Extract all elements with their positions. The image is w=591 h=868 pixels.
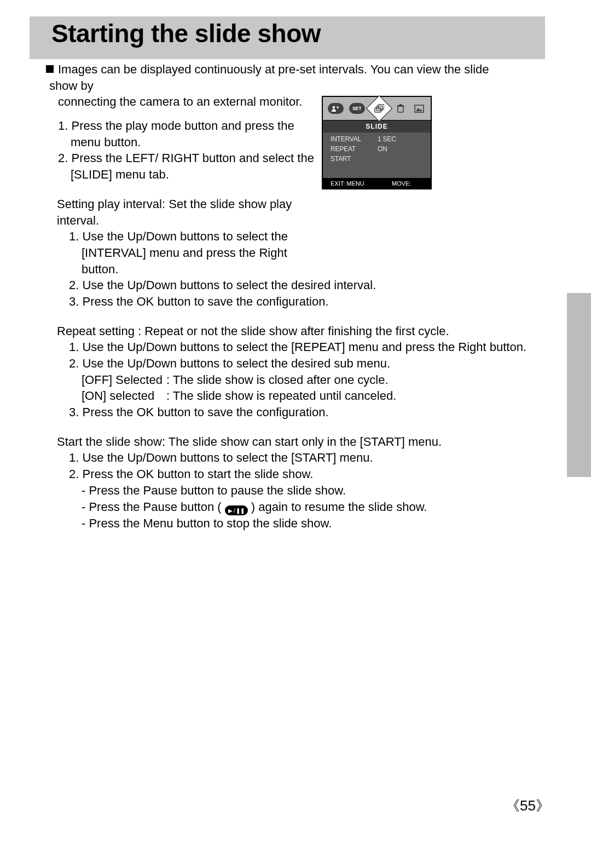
step-text: 1. Use the Up/Down buttons to select the… <box>69 228 314 277</box>
menu-tab-picture-icon <box>413 102 426 115</box>
section-tab-gap <box>567 291 591 293</box>
step-text: 2. Press the OK button to start the slid… <box>69 466 549 482</box>
start-section: Start the slide show: The slide show can… <box>57 434 549 532</box>
steps-top: 1. Press the play mode button and press … <box>58 118 315 183</box>
row-label: REPEAT <box>331 145 378 153</box>
section-heading: Start the slide show: The slide show can… <box>57 434 549 450</box>
menu-tabs: SET <box>323 97 431 120</box>
section-tab <box>567 293 591 477</box>
panel-row-start: START <box>323 154 431 164</box>
svg-point-0 <box>333 106 335 109</box>
camera-menu-panel: SET SLIDE INTERVAL 1 SEC REPEAT ON <box>322 96 432 189</box>
step-text: 1. Use the Up/Down buttons to select the… <box>69 339 549 355</box>
option-on: [ON] selected : The slide show is repeat… <box>69 388 549 404</box>
page-title: Starting the slide show <box>51 19 321 48</box>
body: Images can be displayed continuously at … <box>46 61 549 667</box>
row-value: 1 SEC <box>378 135 396 143</box>
step-text: 3. Press the OK button to save the confi… <box>69 294 549 310</box>
step-text: 2. Press the LEFT/ RIGHT button and sele… <box>58 150 315 182</box>
option-desc: : The slide show is repeated until cance… <box>166 388 396 404</box>
page: Starting the slide show Images can be di… <box>0 0 591 868</box>
svg-rect-7 <box>399 104 402 105</box>
svg-rect-8 <box>415 105 424 112</box>
row-label: INTERVAL <box>331 135 378 143</box>
menu-tab-set: SET <box>349 103 365 114</box>
option-desc: : The slide show is closed after one cyc… <box>166 372 389 388</box>
svg-rect-5 <box>398 106 403 112</box>
footer-exit: EXIT: MENU <box>323 180 392 187</box>
menu-tab-delete-icon <box>394 102 407 115</box>
step-text: 2. Use the Up/Down buttons to select the… <box>69 355 549 372</box>
svg-point-1 <box>337 106 339 108</box>
option-label: [OFF] Selected <box>82 372 166 388</box>
option-off: [OFF] Selected : The slide show is close… <box>69 372 549 388</box>
step-text: 3. Press the OK button to save the confi… <box>69 404 549 421</box>
svg-rect-6 <box>397 105 404 107</box>
panel-footer: EXIT: MENU MOVE: <box>323 178 431 188</box>
step-text: 1. Use the Up/Down buttons to select the… <box>69 450 549 466</box>
substep-text: - Press the Menu button to stop the slid… <box>69 515 549 532</box>
panel-title: SLIDE <box>323 120 431 133</box>
substep-text: - Press the Pause button ( ▶ / ❚❚ ) agai… <box>69 499 549 516</box>
substep-text: - Press the Pause button to pause the sl… <box>69 482 549 499</box>
footer-move: MOVE: <box>392 180 411 187</box>
panel-row-interval: INTERVAL 1 SEC <box>323 134 431 144</box>
step-text: 2. Use the Up/Down buttons to select the… <box>69 277 549 294</box>
slide-stack-icon <box>374 104 384 113</box>
option-label: [ON] selected <box>82 388 166 404</box>
panel-row-repeat: REPEAT ON <box>323 144 431 154</box>
row-value: ON <box>378 145 387 153</box>
page-number: 《55》 <box>506 796 550 815</box>
svg-marker-9 <box>416 108 422 111</box>
page-number-value: 55 <box>520 797 536 814</box>
repeat-section: Repeat setting : Repeat or not the slide… <box>57 323 549 421</box>
intro-line1: Images can be displayed continuously at … <box>49 62 489 93</box>
play-pause-icon: ▶ / ❚❚ <box>225 505 248 515</box>
panel-rows: INTERVAL 1 SEC REPEAT ON START <box>323 133 431 164</box>
pause-post: ) again to resume the slide show. <box>248 500 427 514</box>
svg-rect-3 <box>376 106 383 111</box>
row-label: START <box>331 155 378 163</box>
interval-section: Setting play interval: Set the slide sho… <box>57 196 314 277</box>
section-heading: Repeat setting : Repeat or not the slide… <box>57 323 549 340</box>
pause-pre: - Press the Pause button ( <box>82 500 225 514</box>
step-text: 1. Press the play mode button and press … <box>58 118 315 150</box>
svg-rect-4 <box>378 105 384 109</box>
section-heading: Setting play interval: Set the slide sho… <box>57 196 314 228</box>
menu-tab-user-icon <box>328 103 344 114</box>
bullet-square-icon <box>46 65 54 73</box>
menu-tab-slide-active <box>366 95 392 122</box>
